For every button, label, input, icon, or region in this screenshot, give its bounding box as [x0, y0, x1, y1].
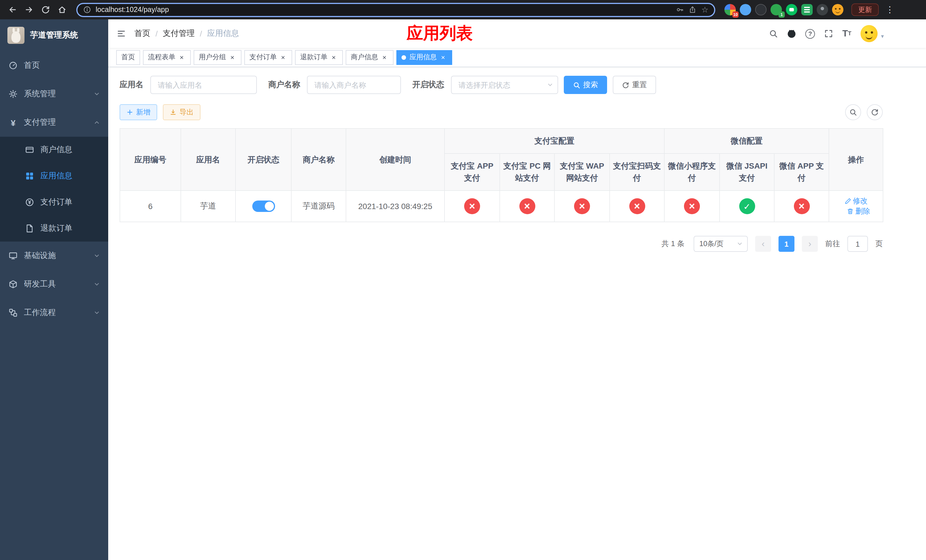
- tab-app-info[interactable]: 应用信息: [396, 50, 452, 65]
- sidebar-item-home[interactable]: 首页: [0, 51, 108, 80]
- sidebar-item-payment[interactable]: 支付管理: [0, 108, 108, 137]
- sidebar-item-workflow[interactable]: 工作流程: [0, 298, 108, 327]
- export-button[interactable]: 导出: [163, 104, 200, 120]
- extension-chat-icon[interactable]: [786, 4, 797, 15]
- extension-note-icon[interactable]: [801, 4, 813, 15]
- cell-app-id: 6: [120, 191, 181, 222]
- font-size-icon[interactable]: TT: [842, 29, 851, 38]
- extension-leaf-icon[interactable]: 1: [770, 4, 782, 15]
- col-wx-lite: 微信小程序支付: [664, 153, 720, 191]
- browser-home-button[interactable]: [54, 2, 70, 17]
- sidebar: 芋道管理系统 首页 系统管理 支付管理: [0, 20, 108, 560]
- breadcrumb-home[interactable]: 首页: [135, 29, 150, 39]
- extension-grid-icon[interactable]: 10: [725, 4, 736, 15]
- sidebar-item-merchant-info[interactable]: 商户信息: [0, 137, 108, 163]
- site-info-icon[interactable]: [83, 6, 91, 14]
- chevron-down-icon: [94, 91, 100, 97]
- tab-close-icon[interactable]: [439, 53, 447, 61]
- app-name-label: 应用名: [120, 80, 144, 90]
- dashboard-icon: [9, 61, 18, 70]
- browser-profile-avatar[interactable]: [832, 4, 843, 15]
- alipay-app-status-icon: [464, 198, 480, 214]
- browser-menu-icon[interactable]: [885, 5, 894, 15]
- fullscreen-icon[interactable]: [824, 29, 833, 38]
- alipay-qr-status-icon: [629, 198, 645, 214]
- search-icon: [849, 108, 857, 116]
- status-toggle[interactable]: [252, 201, 275, 212]
- toggle-search-button[interactable]: [845, 104, 861, 120]
- sidebar-menu: 首页 系统管理 支付管理 商户信息: [0, 51, 108, 560]
- monitor-icon: [9, 251, 18, 260]
- extension-badge: 10: [732, 11, 738, 18]
- col-actions: 操作: [829, 129, 883, 191]
- navbar-actions: TT: [769, 25, 884, 42]
- col-app-name: 应用名: [181, 129, 236, 191]
- total-count: 共 1 条: [661, 239, 684, 249]
- sidebar-item-refund-orders[interactable]: 退款订单: [0, 215, 108, 242]
- tab-pay-orders[interactable]: 支付订单: [244, 50, 292, 65]
- prev-page-button[interactable]: [755, 236, 771, 252]
- address-bar[interactable]: localhost:1024/pay/app: [76, 3, 715, 17]
- add-button[interactable]: 新增: [120, 104, 157, 120]
- chevron-down-icon: [94, 253, 100, 259]
- tab-home[interactable]: 首页: [116, 50, 140, 65]
- goto-suffix: 页: [875, 239, 883, 249]
- top-navbar: 首页 / 支付管理 / 应用信息 应用列表: [108, 20, 926, 48]
- tab-close-icon[interactable]: [178, 53, 186, 61]
- tab-close-icon[interactable]: [228, 53, 236, 61]
- bookmark-star-icon[interactable]: [701, 5, 708, 14]
- tab-close-icon[interactable]: [330, 53, 338, 61]
- avatar-caret-icon[interactable]: [881, 31, 884, 40]
- app-name-input[interactable]: [150, 76, 257, 94]
- app-logo[interactable]: 芋道管理系统: [0, 20, 108, 51]
- sidebar-collapse-button[interactable]: [117, 29, 126, 38]
- sidebar-item-infrastructure[interactable]: 基础设施: [0, 242, 108, 270]
- edit-link[interactable]: 修改: [844, 196, 868, 206]
- help-icon[interactable]: [805, 29, 815, 38]
- search-icon[interactable]: [769, 29, 778, 38]
- extension-pin-icon[interactable]: [817, 4, 828, 15]
- screen: localhost:1024/pay/app 10 1 更新: [0, 0, 926, 560]
- github-icon[interactable]: [787, 29, 796, 38]
- delete-link[interactable]: 删除: [847, 206, 870, 216]
- sidebar-item-app-info[interactable]: 应用信息: [0, 163, 108, 189]
- payment-submenu: 商户信息 应用信息 支付订单 退款订单: [0, 137, 108, 242]
- sidebar-item-dev-tools[interactable]: 研发工具: [0, 270, 108, 298]
- browser-update-button[interactable]: 更新: [851, 3, 879, 16]
- sidebar-item-system[interactable]: 系统管理: [0, 80, 108, 108]
- status-select[interactable]: [451, 76, 558, 94]
- merchant-name-input[interactable]: [307, 76, 401, 94]
- share-icon[interactable]: [689, 6, 697, 14]
- breadcrumb-payment[interactable]: 支付管理: [163, 29, 195, 39]
- col-wx-jsapi: 微信 JSAPI 支付: [720, 153, 774, 191]
- goto-page-input[interactable]: [847, 236, 868, 252]
- browser-back-button[interactable]: [5, 2, 20, 17]
- pencil-icon: [844, 198, 851, 204]
- browser-forward-button[interactable]: [21, 2, 36, 17]
- password-key-icon[interactable]: [676, 6, 684, 14]
- cell-app-name: 芋道: [181, 191, 236, 222]
- tab-process-form[interactable]: 流程表单: [143, 50, 191, 65]
- wx-app-status-icon: [794, 198, 809, 214]
- breadcrumb: 首页 / 支付管理 / 应用信息: [135, 29, 239, 39]
- search-button[interactable]: 搜索: [564, 76, 607, 94]
- tab-merchant-info[interactable]: 商户信息: [346, 50, 393, 65]
- sidebar-item-pay-orders[interactable]: 支付订单: [0, 189, 108, 215]
- user-avatar[interactable]: [861, 25, 878, 42]
- tab-user-group[interactable]: 用户分组: [194, 50, 242, 65]
- current-page-button[interactable]: 1: [779, 236, 794, 252]
- next-page-button[interactable]: [802, 236, 818, 252]
- refresh-table-button[interactable]: [867, 104, 883, 120]
- tab-close-icon[interactable]: [279, 53, 287, 61]
- page-size-select[interactable]: [694, 236, 748, 252]
- browser-refresh-button[interactable]: [38, 2, 53, 17]
- extension-dark-icon[interactable]: [755, 4, 767, 15]
- tab-close-icon[interactable]: [380, 53, 388, 61]
- app-table: 应用编号 应用名 开启状态 商户名称 创建时间 支付宝配置 微信配置 操作 支付…: [120, 128, 883, 222]
- tab-refund-orders[interactable]: 退款订单: [295, 50, 343, 65]
- extension-drop-icon[interactable]: [740, 4, 751, 15]
- alipay-pc-status-icon: [519, 198, 535, 214]
- extension-badge: 1: [779, 11, 785, 18]
- reset-button[interactable]: 重置: [613, 76, 656, 94]
- col-group-alipay: 支付宝配置: [445, 129, 664, 153]
